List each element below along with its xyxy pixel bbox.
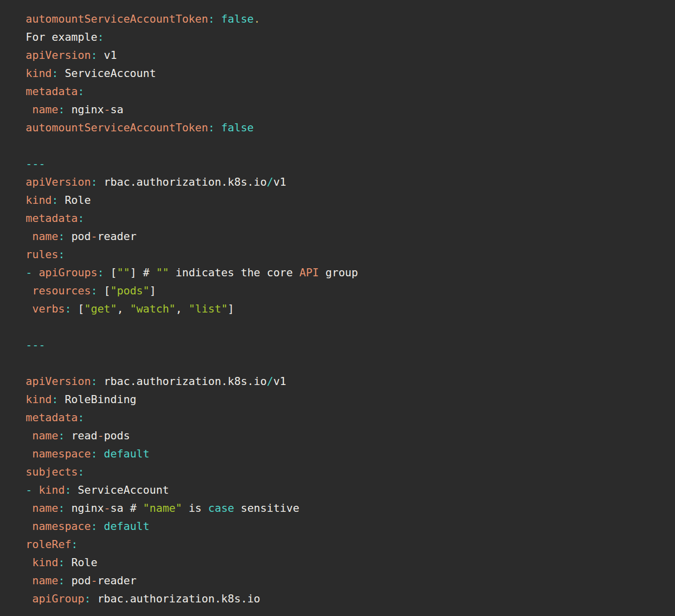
code-line: apiVersion: rbac.authorization.k8s.io/v1 <box>26 173 665 191</box>
code-token: : <box>78 85 85 98</box>
code-token <box>26 502 32 514</box>
code-line: - apiGroups: [""] # "" indicates the cor… <box>26 264 665 282</box>
code-token <box>26 520 32 532</box>
code-line: namespace: default <box>26 517 665 535</box>
code-token: pod <box>65 574 91 587</box>
code-line: rules: <box>26 246 665 264</box>
code-token: name <box>32 574 58 587</box>
code-token: rules <box>26 248 58 261</box>
code-line: subjects: <box>26 463 665 481</box>
code-token: : <box>78 466 85 478</box>
code-token: : <box>52 393 58 406</box>
code-token: reader <box>97 230 136 243</box>
code-token: Role <box>58 194 91 206</box>
code-line: namespace: default <box>26 445 665 463</box>
code-token: nginx <box>65 502 104 514</box>
code-token: default <box>104 447 149 460</box>
code-token: - <box>91 230 97 243</box>
code-token <box>26 429 32 442</box>
code-token: "list" <box>189 302 228 315</box>
code-token: sa # <box>110 502 143 514</box>
code-token: reader <box>97 574 136 587</box>
code-token: kind <box>26 393 52 406</box>
code-token: rbac.authorization.k8s.io <box>97 375 267 388</box>
code-token: : <box>91 447 97 460</box>
code-line: kind: RoleBinding <box>26 391 665 409</box>
code-token: "" <box>156 266 169 279</box>
code-line: kind: ServiceAccount <box>26 64 665 83</box>
code-line: name: pod-reader <box>26 572 665 590</box>
code-token: kind <box>32 556 58 569</box>
code-token: : <box>97 266 104 279</box>
code-token: For example <box>26 31 97 43</box>
code-token: automountServiceAccountToken <box>26 13 208 25</box>
code-token: subjects <box>26 466 78 478</box>
code-token: metadata <box>26 85 78 98</box>
code-token: [ <box>104 266 117 279</box>
code-token: - <box>104 502 110 514</box>
code-token: metadata <box>26 212 78 224</box>
code-token <box>26 284 32 297</box>
code-token: apiGroups <box>39 266 98 279</box>
code-token <box>26 592 32 605</box>
code-line: kind: Role <box>26 554 665 572</box>
code-token <box>26 574 32 587</box>
code-token: case <box>208 502 235 514</box>
code-token: : <box>91 49 97 61</box>
code-token <box>214 121 221 134</box>
code-token: : <box>58 502 65 514</box>
code-token: : <box>52 67 58 80</box>
code-line: resources: ["pods"] <box>26 282 665 300</box>
code-token: pods <box>104 429 130 442</box>
code-token: sa <box>110 103 123 116</box>
code-token: : <box>91 176 97 188</box>
code-line: - kind: ServiceAccount <box>26 481 665 499</box>
code-token: [ <box>71 302 85 315</box>
code-token: verbs <box>32 302 65 315</box>
code-token: name <box>32 230 58 243</box>
code-token <box>214 13 221 25</box>
code-line <box>26 318 665 336</box>
code-token <box>32 266 39 279</box>
code-token: v1 <box>273 375 286 388</box>
code-token <box>97 520 104 532</box>
code-line: apiGroup: rbac.authorization.k8s.io <box>26 590 665 608</box>
code-token: - <box>104 103 110 116</box>
code-line <box>26 137 665 155</box>
code-line: apiVersion: v1 <box>26 46 665 64</box>
code-token: name <box>32 502 58 514</box>
code-line: automountServiceAccountToken: false. <box>26 10 665 28</box>
code-token: ] <box>228 302 234 315</box>
code-token: - <box>26 484 32 496</box>
code-token: : <box>58 103 65 116</box>
code-token: : <box>78 212 85 224</box>
code-line: metadata: <box>26 83 665 101</box>
code-line <box>26 354 665 372</box>
code-token: . <box>254 13 260 25</box>
code-token: - <box>91 574 97 587</box>
code-token <box>26 447 32 460</box>
code-token: apiVersion <box>26 49 91 61</box>
code-token: : <box>208 121 214 134</box>
code-token: : <box>91 375 97 388</box>
code-line: --- <box>26 336 665 354</box>
page: { "code_block": { "language": "yaml", "b… <box>0 0 675 616</box>
code-token: metadata <box>26 411 78 424</box>
code-line: automountServiceAccountToken: false <box>26 119 665 137</box>
code-token: : <box>208 13 214 25</box>
code-token: / <box>267 375 273 388</box>
code-token: Role <box>65 556 98 569</box>
code-token <box>26 302 32 315</box>
code-line: name: nginx-sa # "name" is case sensitiv… <box>26 499 665 517</box>
code-token: rbac.authorization.k8s.io <box>97 176 267 188</box>
code-token: : <box>58 230 65 243</box>
code-token: nginx <box>65 103 104 116</box>
code-token: apiGroup <box>32 592 85 605</box>
code-token: is <box>182 502 208 514</box>
code-token: indicates the core <box>169 266 299 279</box>
code-token: - <box>26 266 32 279</box>
code-token: RoleBinding <box>58 393 136 406</box>
code-token: : <box>78 411 85 424</box>
code-line: --- <box>26 155 665 173</box>
code-token: apiVersion <box>26 375 91 388</box>
